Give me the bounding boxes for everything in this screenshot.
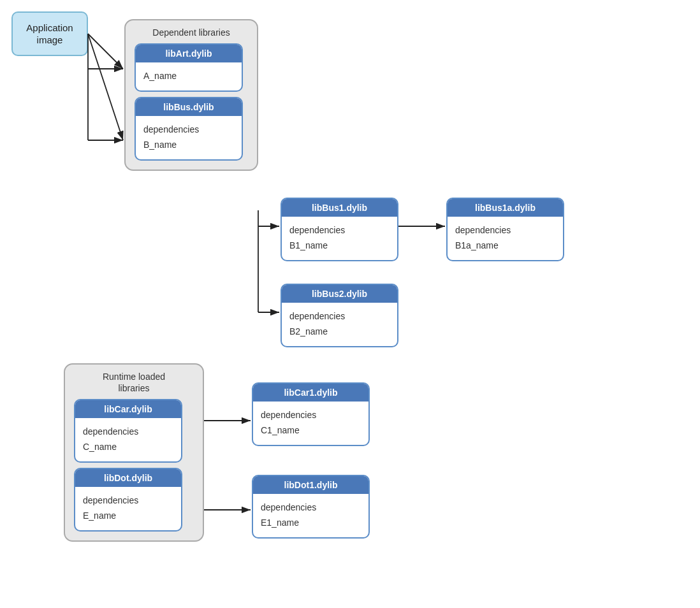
libCar1-body: dependenciesC1_name [253,402,368,445]
libDot1-card: libDot1.dylib dependenciesE1_name [252,475,370,539]
libBus2-card: libBus2.dylib dependenciesB2_name [281,284,398,347]
libArt-card: libArt.dylib A_name [135,43,243,92]
runtime-group-label: Runtime loadedlibraries [74,371,194,394]
libBus-header: libBus.dylib [136,98,242,116]
libCar1-header: libCar1.dylib [253,384,368,402]
libDot-card: libDot.dylib dependenciesE_name [74,468,182,532]
libBus1-card: libBus1.dylib dependenciesB1_name [281,198,398,261]
libBus1a-header: libBus1a.dylib [448,199,563,217]
libCar1-card: libCar1.dylib dependenciesC1_name [252,382,370,446]
libBus-body: dependenciesB_name [136,116,242,159]
libDot-body: dependenciesE_name [75,487,181,530]
libDot1-body: dependenciesE1_name [253,494,368,537]
libBus1a-card: libBus1a.dylib dependenciesB1a_name [446,198,564,261]
diagram: Application image Dependent libraries li… [0,0,700,608]
libBus1-body: dependenciesB1_name [282,217,397,260]
libCar-body: dependenciesC_name [75,418,181,461]
app-image-label: Application image [13,22,87,47]
libCar-card: libCar.dylib dependenciesC_name [74,399,182,463]
app-image-box: Application image [11,11,88,56]
libBus-card: libBus.dylib dependenciesB_name [135,97,243,161]
libCar-header: libCar.dylib [75,400,181,418]
libBus2-header: libBus2.dylib [282,285,397,303]
libBus2-body: dependenciesB2_name [282,303,397,346]
libBus1a-body: dependenciesB1a_name [448,217,563,260]
dependent-libraries-group: Dependent libraries libArt.dylib A_name … [124,19,258,171]
dependent-group-label: Dependent libraries [135,27,248,38]
libBus1-header: libBus1.dylib [282,199,397,217]
libArt-header: libArt.dylib [136,45,242,62]
arrow-app-to-libArt [88,34,123,69]
libArt-body: A_name [136,62,242,90]
runtime-libraries-group: Runtime loadedlibraries libCar.dylib dep… [64,363,204,542]
libDot-header: libDot.dylib [75,469,181,487]
libDot1-header: libDot1.dylib [253,476,368,494]
arrow-app-to-libBus [88,34,123,140]
